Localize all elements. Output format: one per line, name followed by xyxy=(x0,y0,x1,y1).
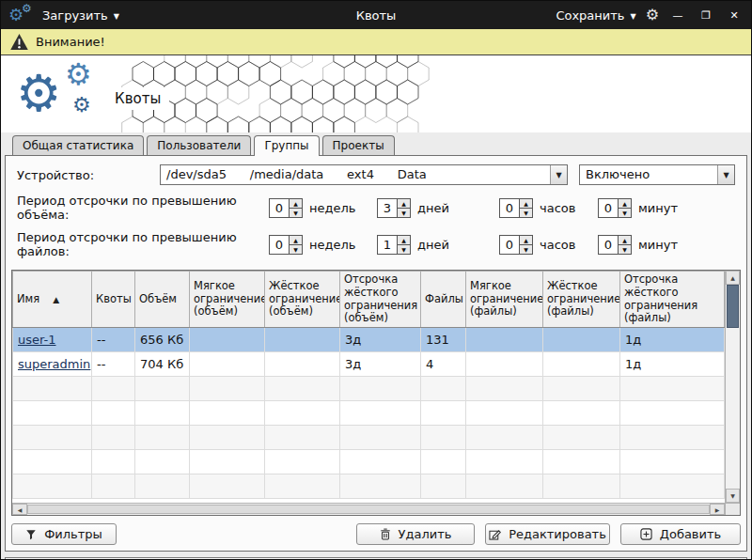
spinner-down-icon[interactable]: ▼ xyxy=(619,209,631,217)
column-header[interactable]: Жёсткое ограничение (объём) xyxy=(265,272,340,328)
caret-down-icon: ▼ xyxy=(114,12,119,21)
vertical-scrollbar-thumb[interactable] xyxy=(727,285,739,328)
table-cell xyxy=(466,352,543,377)
table-cell xyxy=(340,401,421,426)
table-row[interactable]: user-1--656 Кб3д1311д xyxy=(13,328,725,352)
column-header[interactable]: Объём xyxy=(135,272,190,328)
volume-weeks-spinner[interactable]: 0 ▲▼ xyxy=(269,198,303,218)
grace-volume-row: Период отсрочки по превышению объёма: 0 … xyxy=(17,194,735,222)
files-hours-spinner[interactable]: 0 ▲▼ xyxy=(499,235,533,255)
spinner-up-icon[interactable]: ▲ xyxy=(520,236,532,245)
volume-days-spinner[interactable]: 3 ▲▼ xyxy=(377,198,411,218)
row-name-link[interactable]: user-1 xyxy=(18,333,56,347)
files-weeks-spinner[interactable]: 0 ▲▼ xyxy=(269,235,303,255)
spinner-up-icon[interactable]: ▲ xyxy=(290,236,302,245)
scroll-down-icon[interactable]: ▼ xyxy=(726,489,740,503)
column-header[interactable]: Мягкое ограничение (объём) xyxy=(190,272,265,328)
filters-button[interactable]: Фильтры xyxy=(11,523,117,545)
dropdown-arrow-icon[interactable]: ▼ xyxy=(717,165,734,184)
grace-files-label: Период отсрочки по превышению файлов: xyxy=(17,230,269,258)
spinner-value[interactable]: 1 xyxy=(378,236,397,254)
scroll-right-icon[interactable]: ▶ xyxy=(710,504,725,515)
device-label: Устройство: xyxy=(17,168,160,182)
row-name-link[interactable]: superadmin xyxy=(18,357,90,371)
column-header[interactable]: Мягкое ограничение (файлы) xyxy=(466,272,543,328)
column-header-label: Отсрочка жёсткого ограничения (файлы) xyxy=(624,272,697,324)
quota-state-value: Включено xyxy=(580,165,717,184)
column-header[interactable]: Файлы xyxy=(421,272,466,328)
page-title: Квоты xyxy=(106,87,169,110)
table-cell xyxy=(92,450,135,474)
spinner-value[interactable]: 3 xyxy=(378,199,397,217)
close-button[interactable]: ✕ xyxy=(725,10,744,21)
spinner-value[interactable]: 0 xyxy=(270,199,289,217)
save-menu-button[interactable]: Сохранить ▼ xyxy=(556,8,635,23)
load-menu-button[interactable]: Загрузить ▼ xyxy=(42,8,119,23)
vertical-scrollbar[interactable]: ▲ ▼ xyxy=(725,271,740,503)
spinner-down-icon[interactable]: ▼ xyxy=(398,209,410,217)
grace-volume-label: Период отсрочки по превышению объёма: xyxy=(17,194,269,222)
horizontal-scrollbar[interactable]: ◀ ▶ xyxy=(12,503,725,515)
spinner-down-icon[interactable]: ▼ xyxy=(520,245,532,254)
scroll-left-icon[interactable]: ◀ xyxy=(12,504,27,515)
titlebar-left: ⚙ ⚙ Загрузить ▼ xyxy=(8,3,119,27)
spinner-up-icon[interactable]: ▲ xyxy=(398,199,410,209)
edit-icon xyxy=(489,528,501,540)
spinner-down-icon[interactable]: ▼ xyxy=(619,245,631,254)
table-cell xyxy=(543,426,620,450)
delete-button[interactable]: Удалить xyxy=(356,523,475,545)
vertical-scrollbar-track[interactable] xyxy=(726,328,740,489)
table-cell: 3д xyxy=(340,328,421,352)
spinner-up-icon[interactable]: ▲ xyxy=(398,236,410,245)
table-actions-row: Фильтры Удалить xyxy=(11,516,741,545)
column-header[interactable]: Отсрочка жёсткого ограничения (объём) xyxy=(340,272,421,328)
table-cell xyxy=(340,450,421,474)
table-cell xyxy=(543,328,620,352)
scrollbar-corner xyxy=(725,503,740,515)
settings-gear-button[interactable]: ⚙ xyxy=(646,8,659,23)
tab-4[interactable]: Проекты xyxy=(322,135,395,155)
quotas-logo-gears-icon: ⚙ ⚙ ⚙ xyxy=(16,59,110,131)
spinner-down-icon[interactable]: ▼ xyxy=(290,209,302,217)
table-cell xyxy=(13,474,92,499)
minutes-unit-label: минут xyxy=(638,238,678,252)
column-header[interactable]: Имя▲ xyxy=(13,272,92,328)
add-button[interactable]: Добавить xyxy=(620,523,741,545)
dropdown-arrow-icon[interactable]: ▼ xyxy=(550,165,567,184)
edit-button[interactable]: Редактировать xyxy=(485,523,610,545)
spinner-down-icon[interactable]: ▼ xyxy=(398,245,410,254)
device-select[interactable]: /dev/sda5 /media/data ext4 Data ▼ xyxy=(160,164,568,185)
spinner-up-icon[interactable]: ▲ xyxy=(520,199,532,209)
add-button-label: Добавить xyxy=(660,527,721,541)
tab-3[interactable]: Группы xyxy=(254,135,319,156)
horizontal-scrollbar-thumb[interactable] xyxy=(27,505,710,514)
spinner-up-icon[interactable]: ▲ xyxy=(290,199,302,209)
spinner-value[interactable]: 0 xyxy=(270,236,289,254)
volume-hours-spinner[interactable]: 0 ▲▼ xyxy=(499,198,533,218)
table-cell xyxy=(543,450,620,474)
scroll-up-icon[interactable]: ▲ xyxy=(726,271,740,285)
files-days-spinner[interactable]: 1 ▲▼ xyxy=(377,235,411,255)
maximize-button[interactable]: ❐ xyxy=(697,10,715,21)
column-header-label: Жёсткое ограничение (файлы) xyxy=(547,279,620,319)
table-row[interactable]: superadmin--704 Кб3д41д xyxy=(13,352,725,377)
spinner-down-icon[interactable]: ▼ xyxy=(290,245,302,254)
column-header[interactable]: Отсрочка жёсткого ограничения (файлы) xyxy=(620,272,725,328)
spinner-value[interactable]: 0 xyxy=(500,199,519,217)
spinner-value[interactable]: 0 xyxy=(500,236,519,254)
volume-minutes-spinner[interactable]: 0 ▲▼ xyxy=(598,198,632,218)
spinner-up-icon[interactable]: ▲ xyxy=(619,199,631,209)
column-header-label: Отсрочка жёсткого ограничения (объём) xyxy=(344,272,417,324)
table-cell xyxy=(135,474,190,499)
spinner-down-icon[interactable]: ▼ xyxy=(520,209,532,217)
spinner-value[interactable]: 0 xyxy=(599,199,618,217)
column-header[interactable]: Жёсткое ограничение (файлы) xyxy=(543,272,620,328)
quota-state-select[interactable]: Включено ▼ xyxy=(579,164,735,185)
spinner-up-icon[interactable]: ▲ xyxy=(619,236,631,245)
files-minutes-spinner[interactable]: 0 ▲▼ xyxy=(598,235,632,255)
minimize-button[interactable]: — xyxy=(668,10,687,21)
tab-1[interactable]: Общая статистика xyxy=(12,135,144,155)
tab-2[interactable]: Пользователи xyxy=(147,135,251,155)
spinner-value[interactable]: 0 xyxy=(599,236,618,254)
column-header[interactable]: Квоты xyxy=(92,272,135,328)
